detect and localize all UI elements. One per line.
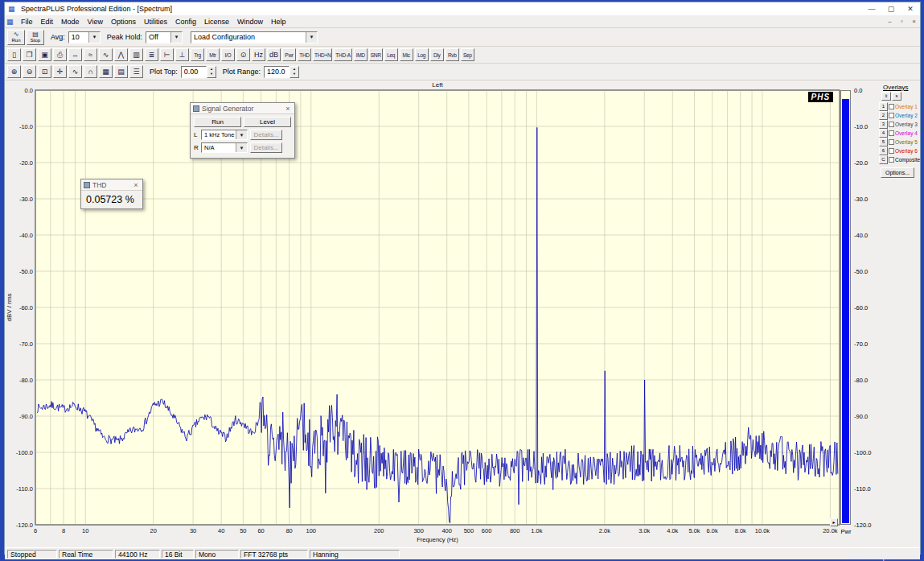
markers-button[interactable]: ☰ [129,65,143,78]
plot-top-field[interactable]: 0.00 ▲▼ [181,66,216,78]
close-icon[interactable]: ✕ [901,2,920,15]
units-db-button[interactable]: dB [267,48,281,61]
overlay-std-icon[interactable]: s [892,92,901,101]
overlay-select-button-C[interactable]: C [879,155,888,164]
overlay-select-button-6[interactable]: 6 [879,146,888,155]
waveform-button[interactable]: ∿ [99,48,113,61]
menu-mode[interactable]: Mode [57,17,84,27]
menu-help[interactable]: Help [267,17,290,27]
overlay-options-button[interactable]: Options... [881,167,914,178]
separation-button[interactable]: Sep [461,48,474,61]
pan-button[interactable]: ↔ [68,48,82,61]
grid-button[interactable]: ▤ [114,65,128,78]
overlay-checkbox-5[interactable] [889,139,894,145]
overlay-checkbox-3[interactable] [889,122,894,127]
menu-edit[interactable]: Edit [37,17,58,27]
delay-button[interactable]: Dly [430,48,444,61]
overlay-mean-icon[interactable]: x̄ [881,92,891,101]
plot-range-field[interactable]: 120.0 ▲▼ [264,66,299,78]
maximize-icon[interactable]: ▢ [881,2,901,15]
wave-small-button[interactable]: ∿ [68,65,82,78]
peak-hold-select[interactable]: Off▼ [146,31,183,43]
menu-options[interactable]: Options [107,17,140,27]
left-details-button[interactable]: Details... [250,130,282,140]
overlay-select-button-1[interactable]: 1 [879,102,888,111]
app-window: ▦ SpectraPLUS Professional Edition - [Sp… [4,2,921,555]
io-device-button[interactable]: I/O [221,48,235,61]
overlay-checkbox-4[interactable] [889,130,894,136]
mic-button[interactable]: Mic [400,48,413,61]
avg-select[interactable]: 10▼ [68,31,101,43]
signal-generator-close-icon[interactable]: × [284,105,292,113]
new-button[interactable]: ▯ [7,48,21,61]
spectrum-button[interactable]: ⋀ [114,48,128,61]
log-button[interactable]: Log [415,48,429,61]
sweep-button[interactable]: ≈ [84,48,97,61]
spectrum-chart[interactable]: 68102030405060801002003004005006008001.0… [5,80,841,547]
reverb-button[interactable]: Rvb [446,48,459,61]
overlay-select-button-5[interactable]: 5 [879,138,888,146]
menu-license[interactable]: License [200,17,233,27]
thd-button[interactable]: THD [298,48,311,61]
menu-view[interactable]: View [84,17,107,27]
zoom-in-button[interactable]: ⊕ [7,65,21,78]
right-signal-select[interactable]: N/A▼ [201,142,248,153]
overlay-checkbox-6[interactable] [889,148,894,154]
histogram-button[interactable]: ▦ [99,65,113,78]
menu-window[interactable]: Window [233,17,267,27]
thd-n-button[interactable]: THD+N [313,48,332,61]
run-button[interactable]: ∿ Run [7,30,25,45]
minimize-icon[interactable]: — [862,2,881,15]
overlay-label-4: Overlay 4 [895,130,918,136]
timer-button[interactable]: ⊙ [236,48,250,61]
plot-top-spinner[interactable]: ▲▼ [207,66,216,78]
mdi-restore-icon[interactable]: ▫ [896,18,908,25]
menu-file[interactable]: File [17,17,37,27]
overlay-select-button-3[interactable]: 3 [879,120,888,129]
open-button[interactable]: ❐ [23,48,36,61]
meter-button[interactable]: Mtr [206,48,220,61]
plot-range-spinner[interactable]: ▲▼ [290,66,299,78]
menu-config[interactable]: Config [171,17,200,27]
axes-bottom-button[interactable]: ⊥ [175,48,189,61]
overlays-title[interactable]: Overlays [883,84,920,91]
generator-run-button[interactable]: Run [194,117,241,127]
mdi-close-icon[interactable]: × [908,18,920,25]
thd-close-icon[interactable]: × [132,181,140,189]
load-configuration-select[interactable]: Load Configuration▼ [191,31,318,43]
curve-fit-button[interactable]: ∩ [84,65,97,78]
mdi-minimize-icon[interactable]: – [884,18,896,25]
zoom-box-button[interactable]: ⊡ [38,65,51,78]
chevron-down-icon: ▼ [306,32,317,43]
leq-button[interactable]: Leq [384,48,398,61]
overlay-checkbox-2[interactable] [889,113,894,118]
x-scroll-right-button[interactable]: ► [830,518,838,526]
signal-generator-titlebar[interactable]: Signal Generator × [191,103,294,114]
axes-left-button[interactable]: ⊢ [160,48,174,61]
cursor-button[interactable]: ✛ [53,65,67,78]
overlay-select-button-4[interactable]: 4 [879,129,888,138]
overlay-checkbox-1[interactable] [889,104,894,109]
units-hz-button[interactable]: Hz [252,48,265,61]
table-button[interactable]: ≣ [145,48,158,61]
menu-utilities[interactable]: Utilities [140,17,171,27]
overlay-select-button-2[interactable]: 2 [879,111,888,120]
save-button[interactable]: ▣ [38,48,51,61]
right-details-button[interactable]: Details... [250,142,282,153]
thd-a-button[interactable]: THD·A [334,48,351,61]
trigger-button[interactable]: Trg [191,48,204,61]
imd-button[interactable]: IMD [354,48,368,61]
print-button[interactable]: ⎙ [53,48,67,61]
zoom-out-button[interactable]: ⊖ [23,65,36,78]
spectrum-plot[interactable]: 68102030405060801002003004005006008001.0… [5,80,840,547]
thd-titlebar[interactable]: THD × [81,179,142,191]
spectrogram-button[interactable]: ▥ [129,48,143,61]
left-signal-select[interactable]: 1 kHz Tone▼ [201,130,248,140]
stop-button[interactable]: ▤ Stop [27,30,44,45]
overlay-checkbox-C[interactable] [889,157,894,163]
right-axis-tick: -50.0 [854,268,868,275]
generator-level-button[interactable]: Level [244,117,291,127]
status-bar: StoppedReal Time44100 Hz16 BitMonoFFT 32… [5,547,920,559]
snr-button[interactable]: SNR [369,48,383,61]
units-pwr-button[interactable]: Pwr [282,48,296,61]
